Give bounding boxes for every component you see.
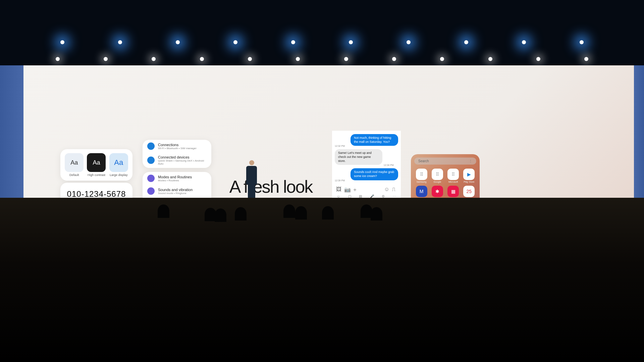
voice-icon[interactable]: ⎍ — [392, 186, 397, 191]
presenter-silhouette — [245, 160, 258, 199]
app-google[interactable]: ⠿Google — [430, 169, 444, 183]
search-placeholder: Search — [418, 159, 429, 163]
setting-item-modes-and-routines[interactable]: Modes and RoutinesModes • Routines — [143, 172, 211, 185]
accessibility-card: Aa Default Aa High contrast Aa Large dis… — [60, 149, 132, 181]
message-row: Same! Let's meet up and check out the ne… — [335, 149, 398, 166]
screen-side-left — [0, 65, 23, 199]
message-compose-bar: 🖼 📷 ＋ ☺ ⎍ — [335, 184, 398, 193]
setting-item-connected-devices[interactable]: Connected devicesQuick Share • Samsung D… — [143, 153, 211, 168]
emoji-icon[interactable]: ☺ — [384, 186, 389, 191]
app-play-store[interactable]: ▶Play Store — [462, 169, 476, 183]
image-icon[interactable]: 🖼 — [336, 186, 341, 191]
dialed-number: 010-1234-5678 — [65, 189, 127, 199]
auditorium — [0, 198, 644, 362]
accessibility-option-high-contrast[interactable]: Aa High contrast — [87, 153, 106, 177]
message-row: 12:32 PMNot much, thinking of hitting th… — [335, 134, 398, 147]
camera-icon[interactable]: 📷 — [344, 186, 349, 191]
app-search-bar[interactable]: Search ⋮ — [414, 158, 476, 165]
stage-ceiling — [0, 0, 644, 67]
app-microsoft[interactable]: ⠿Microsoft — [446, 169, 461, 183]
app-samsung[interactable]: ⠿Samsung — [414, 169, 429, 183]
setting-item-connections[interactable]: ConnectionsWi-Fi • Bluetooth • SIM manag… — [143, 140, 211, 153]
settings-group-connections: ConnectionsWi-Fi • Bluetooth • SIM manag… — [143, 140, 211, 168]
audience — [0, 204, 644, 245]
accessibility-option-large[interactable]: Aa Large display — [109, 153, 128, 177]
presentation-screen: Aa Default Aa High contrast Aa Large dis… — [23, 65, 634, 199]
more-vertical-icon[interactable]: ⋮ — [469, 159, 472, 163]
setting-item-sounds-and-vibration[interactable]: Sounds and vibrationSound mode • Rington… — [143, 185, 211, 197]
accessibility-option-default[interactable]: Aa Default — [64, 153, 84, 177]
add-icon[interactable]: ＋ — [352, 186, 357, 191]
screen-side-right — [634, 65, 644, 199]
message-row: 12:39 PMSounds cool! And maybe grab some… — [335, 168, 398, 181]
